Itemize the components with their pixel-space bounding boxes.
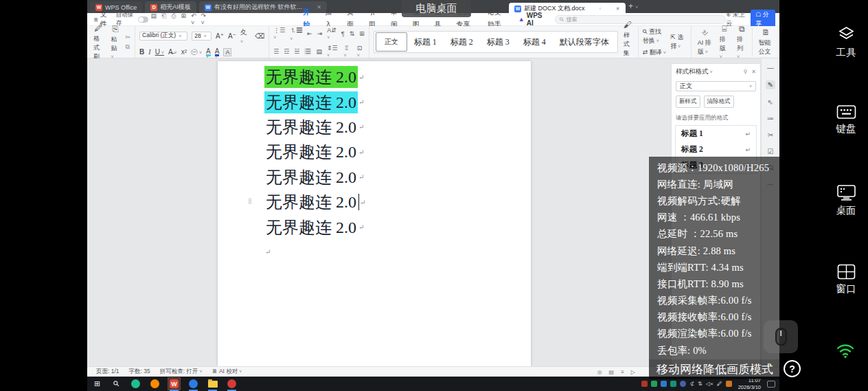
wifi-signal-icon[interactable] <box>835 342 856 361</box>
doc-line[interactable]: 无界趣连 2.0↵ <box>264 115 531 139</box>
app-todesk-icon[interactable] <box>149 378 161 390</box>
tray-pen-icon[interactable]: 🖉 <box>717 381 722 387</box>
tray-usb-icon[interactable]: ⊄ <box>689 381 694 387</box>
font-size-select[interactable]: 28 <box>192 32 212 41</box>
wps-ai-button[interactable]: ▲ WPS AI <box>513 12 551 27</box>
style-set-button[interactable]: 🖌 样式集 <box>621 20 634 65</box>
file-explorer-icon[interactable] <box>207 378 218 390</box>
bullet-list-icon[interactable]: ⋮☰ <box>273 27 285 41</box>
word-count[interactable]: 字数: 35 <box>129 368 150 376</box>
paragraph-mark-icon[interactable]: ¶ <box>341 30 345 37</box>
adjust-sliders-icon[interactable]: ≔ <box>767 115 774 122</box>
decrease-indent-icon[interactable]: ⇤ <box>307 30 312 37</box>
ai-layout-button[interactable]: ⎀ AI 排版 <box>696 27 714 56</box>
play-view-icon[interactable]: ▷ <box>631 369 635 375</box>
page-view-icon[interactable]: ▤ <box>609 369 615 375</box>
collapse-icon[interactable]: — <box>767 64 774 71</box>
text-effects-icon[interactable]: 夊 <box>240 27 251 45</box>
app-sunlogin-icon[interactable] <box>130 378 141 390</box>
arrange-button[interactable]: ⧉ 排列 <box>735 24 749 60</box>
cut-icon[interactable]: ✂ <box>126 34 131 41</box>
align-center-icon[interactable]: ☲ <box>284 48 289 55</box>
grow-font-icon[interactable]: A⁺ <box>216 32 224 40</box>
taskbar-search-icon[interactable]: ⚲ <box>108 375 124 391</box>
smart-doc-button[interactable]: 🗎 智能公文 <box>752 27 775 56</box>
touch-keyboard-icon[interactable] <box>767 381 775 388</box>
justify-icon[interactable]: ☰ <box>304 48 311 55</box>
increase-indent-icon[interactable]: ⇥ <box>317 30 323 37</box>
tray-icon[interactable] <box>661 381 667 387</box>
tray-icon[interactable] <box>726 381 732 387</box>
find-replace-button[interactable]: ⚲ 查找替换 <box>643 27 667 45</box>
sidebar-item-keyboard[interactable]: 键盘 <box>824 104 868 135</box>
doc-line[interactable]: 无界趣连 2.0↵ <box>264 139 531 164</box>
shading-icon[interactable]: 🝮 <box>344 45 352 58</box>
help-button[interactable]: ? <box>784 360 801 377</box>
style-gallery-item[interactable]: 标题 4 <box>516 36 553 48</box>
new-tab-button[interactable]: + ˅ <box>628 1 638 11</box>
doc-line[interactable]: 无界趣连 2.0↵ <box>264 165 531 190</box>
clear-format-icon[interactable]: ⌫ <box>255 32 264 40</box>
align-left-icon[interactable]: ☰ <box>273 48 279 55</box>
save-icon[interactable]: ▤ <box>151 12 157 26</box>
style-gallery-item[interactable]: 默认段落字体 <box>553 36 616 48</box>
translate-button[interactable]: ⇄ 翻译 <box>643 48 666 57</box>
font-color-button[interactable]: A <box>215 47 220 56</box>
doc-line-with-cursor[interactable]: ⣿ 无界趣连 2.0↵ <box>264 190 531 214</box>
underline-button[interactable]: U <box>155 48 164 56</box>
tab-close-icon[interactable]: ∗ <box>615 5 620 12</box>
tray-icon[interactable] <box>651 381 657 387</box>
new-style-button[interactable]: 新样式 <box>676 96 700 108</box>
redo-icon[interactable]: ↷ ˅ <box>201 12 207 26</box>
spell-check[interactable]: 拼写检查: 打开 <box>160 368 203 376</box>
doc-line[interactable]: 无界趣连 2.0↵ <box>264 65 531 89</box>
tray-volume-icon[interactable]: ◁× <box>706 381 713 387</box>
document-page[interactable]: 无界趣连 2.0↵ 无界趣连 2.0↵ 无界趣连 2.0↵ 无界趣连 2.0↵ … <box>218 61 531 366</box>
select-arrow-icon[interactable]: ⇖ <box>768 98 773 106</box>
bold-button[interactable]: B <box>139 48 144 56</box>
tray-icon[interactable] <box>670 381 676 387</box>
tray-icon[interactable] <box>641 381 648 387</box>
chevron-down-icon[interactable]: ˅ <box>635 5 638 10</box>
font-name-select[interactable]: Calibri (正文) <box>139 32 187 41</box>
paste-button[interactable]: ⎘ 粘贴 <box>109 24 122 60</box>
edit-pen-icon[interactable]: ✎ <box>766 80 775 89</box>
sort-icon[interactable]: ⇅ <box>350 30 355 37</box>
cut-tool-icon[interactable]: ✂ <box>768 131 773 139</box>
tab-pin-icon[interactable]: ▫ <box>599 5 601 12</box>
checkbox-tool-icon[interactable]: ☑ <box>768 148 774 155</box>
print-icon[interactable]: ⎙ <box>171 12 176 26</box>
pin-icon[interactable]: ⚲ <box>743 69 747 75</box>
current-style-select[interactable]: 正文˅ <box>676 81 756 91</box>
clear-format-button[interactable]: 清除格式 <box>704 96 734 108</box>
doc-line[interactable]: 无界趣连 2.0↵ <box>264 214 531 239</box>
preview-icon[interactable]: ⊞ <box>181 12 187 26</box>
app-music-icon[interactable] <box>226 378 238 390</box>
start-button[interactable]: ⊞ <box>91 378 103 390</box>
strikethrough-icon[interactable]: A̶ <box>168 48 177 56</box>
outline-view-icon[interactable]: ≡ <box>621 369 624 375</box>
show-marks-icon[interactable]: ⊞ <box>359 30 365 37</box>
style-list-item[interactable]: 标题 2 ↵ <box>676 142 756 157</box>
numbered-list-icon[interactable]: ⒈☰ <box>290 26 302 42</box>
drag-handle-icon[interactable]: ⣿ <box>248 198 251 204</box>
virtual-mouse-button[interactable] <box>764 320 798 353</box>
tray-icon[interactable] <box>680 381 686 387</box>
sidebar-item-desktop[interactable]: 桌面 <box>824 184 868 217</box>
undo-icon[interactable]: ↶ ˅ <box>191 12 196 26</box>
layout-button[interactable]: ⌸ 排版 <box>718 24 731 60</box>
sidebar-item-tools[interactable]: 工具 <box>824 25 868 59</box>
app-media-player-icon[interactable] <box>187 378 199 390</box>
text-direction-icon[interactable]: A⇵ <box>327 27 336 41</box>
superscript-button[interactable]: x² <box>181 48 187 56</box>
doc-line[interactable]: 无界趣连 2.0↵ <box>264 89 531 114</box>
phonetic-guide-icon[interactable]: ㊀ <box>191 47 202 57</box>
ai-proofread[interactable]: 🗎 AI 校对 <box>212 368 242 376</box>
distribute-icon[interactable]: ▤ <box>316 48 322 55</box>
copy-icon[interactable]: ⧉ <box>126 43 131 51</box>
empty-paragraph[interactable]: ↵ <box>264 240 531 265</box>
tab-docer-ai[interactable]: D 稻壳AI模板 <box>145 1 196 13</box>
line-spacing-icon[interactable]: ⇕☰ <box>327 45 339 58</box>
italic-button[interactable]: I <box>148 48 150 56</box>
app-wps-icon[interactable]: W <box>168 378 180 390</box>
